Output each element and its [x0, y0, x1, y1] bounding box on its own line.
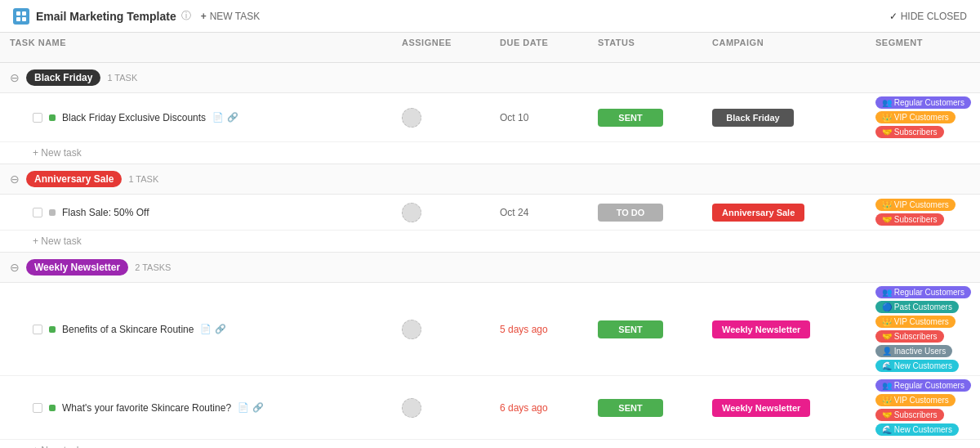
task-name-text: Benefits of a Skincare Routine: [62, 324, 194, 335]
link-icon[interactable]: 🔗: [227, 112, 238, 123]
group-badge-black-friday: Black Friday: [26, 69, 100, 86]
collapse-icon-black-friday[interactable]: ⊖: [10, 71, 20, 84]
task-priority-icon: [49, 209, 56, 216]
collapse-icon-anniversary[interactable]: ⊖: [10, 172, 20, 186]
group-task-count-anniversary: 1 TASK: [128, 174, 158, 184]
doc-icon[interactable]: 📄: [200, 324, 212, 334]
campaign-cell: Black Friday: [702, 109, 866, 127]
task-name-text: Black Friday Exclusive Discounts: [62, 112, 206, 123]
col-due-date: DUE DATE: [490, 33, 588, 62]
assignee-cell: [392, 203, 490, 222]
table-row: What's your favorite Skincare Routine? 📄…: [0, 376, 980, 440]
status-badge: SENT: [598, 109, 663, 127]
segment-tag: 👥 Regular Customers: [875, 379, 971, 392]
segment-cell: 👥 Regular Customers 👑 VIP Customers 🤝 Su…: [866, 93, 980, 141]
segment-tag: 🔵 Past Customers: [875, 301, 959, 313]
assignee-cell: [392, 398, 490, 418]
info-icon[interactable]: ⓘ: [181, 9, 191, 23]
task-name-cell: Flash Sale: 50% Off: [0, 200, 392, 225]
segment-tag: 🌊 New Customers: [875, 423, 959, 436]
campaign-cell: Weekly Newsletter: [702, 320, 866, 338]
campaign-badge: Weekly Newsletter: [712, 399, 810, 417]
segment-tag: 👑 VIP Customers: [875, 316, 956, 328]
due-date-cell: 6 days ago: [490, 402, 588, 414]
new-task-row-black-friday[interactable]: + New task: [0, 142, 980, 164]
task-checkbox[interactable]: [33, 113, 42, 123]
new-task-button[interactable]: NEW TASK: [201, 11, 261, 22]
link-icon[interactable]: 🔗: [215, 324, 226, 334]
group-task-count-weekly: 2 TASKS: [135, 262, 171, 272]
group-header-black-friday: ⊖ Black Friday 1 TASK: [0, 63, 980, 93]
svg-rect-2: [16, 17, 20, 21]
segment-tag: 👑 VIP Customers: [875, 199, 956, 211]
segment-cell: 👑 VIP Customers 🤝 Subscribers: [866, 195, 980, 229]
svg-rect-3: [22, 17, 26, 21]
table-row: Flash Sale: 50% Off Oct 24 TO DO Anniver…: [0, 195, 980, 231]
avatar: [402, 108, 421, 128]
page-title: Email Marketing Template: [36, 10, 176, 23]
due-date-cell: Oct 24: [490, 207, 588, 218]
status-cell: SENT: [588, 109, 702, 127]
assignee-cell: [392, 320, 490, 339]
task-name-cell: Black Friday Exclusive Discounts 📄 🔗: [0, 105, 392, 130]
segment-tag: 👥 Regular Customers: [875, 96, 971, 109]
group-badge-anniversary: Anniversary Sale: [26, 171, 122, 187]
segment-tag: 👑 VIP Customers: [875, 111, 956, 123]
group-anniversary-sale: ⊖ Anniversary Sale 1 TASK Flash Sale: 50…: [0, 164, 980, 253]
segment-tag: 🤝 Subscribers: [875, 213, 944, 226]
col-task-name: TASK NAME: [0, 33, 392, 62]
doc-icon[interactable]: 📄: [238, 402, 249, 413]
task-priority-icon: [49, 326, 56, 333]
group-black-friday: ⊖ Black Friday 1 TASK Black Friday Exclu…: [0, 63, 980, 164]
app-header: Email Marketing Template ⓘ NEW TASK HIDE…: [0, 0, 980, 33]
collapse-icon-weekly[interactable]: ⊖: [10, 261, 20, 274]
svg-rect-1: [22, 11, 26, 16]
due-date-cell: Oct 10: [490, 112, 588, 123]
hide-closed-button[interactable]: HIDE CLOSED: [889, 11, 967, 22]
due-date-cell: 5 days ago: [490, 324, 588, 335]
task-checkbox[interactable]: [33, 325, 42, 334]
group-task-count-black-friday: 1 TASK: [107, 73, 137, 83]
link-icon[interactable]: 🔗: [252, 402, 264, 413]
task-priority-icon: [49, 114, 56, 121]
task-name-text: Flash Sale: 50% Off: [62, 207, 149, 218]
table-row: Black Friday Exclusive Discounts 📄 🔗 Oct…: [0, 93, 980, 142]
doc-icon[interactable]: 📄: [212, 112, 224, 123]
task-priority-icon: [49, 405, 56, 411]
new-task-row-weekly[interactable]: + New task: [0, 440, 980, 448]
task-checkbox[interactable]: [33, 403, 42, 413]
col-assignee: ASSIGNEE: [392, 33, 490, 62]
segment-tag: 🌊 New Customers: [875, 360, 959, 372]
segment-cell: 👥 Regular Customers 🔵 Past Customers 👑 V…: [866, 283, 980, 375]
app-icon: [13, 8, 29, 25]
status-badge: SENT: [598, 320, 663, 338]
col-segment: SEGMENT: [866, 33, 980, 62]
campaign-badge: Weekly Newsletter: [712, 320, 810, 338]
status-cell: TO DO: [588, 204, 702, 222]
task-name-text: What's your favorite Skincare Routine?: [62, 402, 231, 414]
group-badge-weekly: Weekly Newsletter: [26, 259, 128, 276]
segment-tag: 🤝 Subscribers: [875, 126, 944, 138]
new-task-row-anniversary[interactable]: + New task: [0, 231, 980, 252]
svg-rect-0: [16, 11, 20, 16]
segment-tag: 👥 Regular Customers: [875, 286, 971, 298]
status-cell: SENT: [588, 320, 702, 338]
avatar: [402, 203, 421, 222]
campaign-badge: Anniversary Sale: [712, 204, 804, 222]
segment-cell: 👥 Regular Customers 👑 VIP Customers 🤝 Su…: [866, 376, 980, 439]
segment-tag: 🤝 Subscribers: [875, 409, 944, 421]
main-table: TASK NAME ASSIGNEE DUE DATE STATUS CAMPA…: [0, 33, 980, 448]
status-cell: SENT: [588, 399, 702, 417]
campaign-badge: Black Friday: [712, 109, 794, 127]
task-name-cell: Benefits of a Skincare Routine 📄 🔗: [0, 317, 392, 342]
col-campaign: CAMPAIGN: [702, 33, 866, 62]
column-headers: TASK NAME ASSIGNEE DUE DATE STATUS CAMPA…: [0, 33, 980, 63]
group-header-weekly: ⊖ Weekly Newsletter 2 TASKS: [0, 253, 980, 283]
task-name-cell: What's your favorite Skincare Routine? 📄…: [0, 396, 392, 420]
task-checkbox[interactable]: [33, 208, 42, 217]
segment-tag: 👑 VIP Customers: [875, 394, 956, 406]
col-status: STATUS: [588, 33, 702, 62]
segment-tag: 👤 Inactive Users: [875, 345, 952, 357]
segment-tag: 🤝 Subscribers: [875, 330, 944, 343]
status-badge: SENT: [598, 399, 663, 417]
